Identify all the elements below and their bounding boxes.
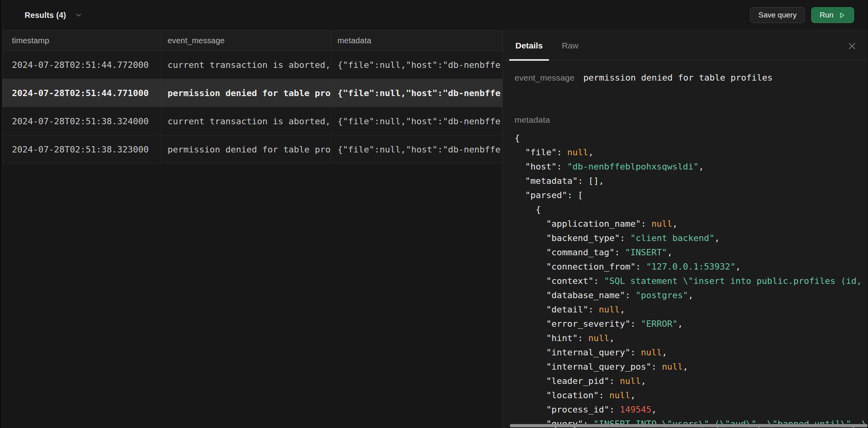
toolbar-actions: Save query Run [750, 7, 854, 23]
tab-details[interactable]: Details [515, 31, 544, 60]
cell-metadata: {"file":null,"host":"db-nenbffe [331, 107, 502, 135]
cell-event_message: current transaction is aborted, [161, 51, 331, 79]
horizontal-scrollbar[interactable] [510, 424, 868, 427]
event-message-label: event_message [515, 73, 575, 83]
json-line: "error_severity": "ERROR", [515, 317, 868, 331]
cell-event_message: permission denied for table pro [161, 135, 331, 163]
table-row[interactable]: 2024-07-28T02:51:38.323000permission den… [2, 135, 502, 164]
json-line: "leader_pid": null, [515, 374, 868, 388]
main-split: timestamp event_message metadata 2024-07… [2, 31, 868, 428]
event-message-field: event_message permission denied for tabl… [515, 73, 868, 83]
close-panel-button[interactable] [847, 41, 857, 51]
play-icon [838, 12, 846, 19]
json-line: "detail": null, [515, 303, 868, 317]
close-icon [848, 42, 856, 50]
results-table: timestamp event_message metadata 2024-07… [2, 31, 502, 428]
tab-list: DetailsRaw [503, 31, 868, 61]
cell-timestamp: 2024-07-28T02:51:44.771000 [2, 79, 161, 107]
run-button-label: Run [820, 11, 833, 19]
cell-timestamp: 2024-07-28T02:51:38.323000 [2, 135, 161, 163]
table-body: 2024-07-28T02:51:44.772000current transa… [2, 51, 502, 164]
json-line: "context": "SQL statement \"insert into … [515, 274, 868, 288]
json-line: "internal_query_pos": null, [515, 360, 868, 374]
details-content: event_message permission denied for tabl… [503, 61, 868, 428]
json-line: "process_id": 149545, [515, 403, 868, 417]
table-header-row: timestamp event_message metadata [2, 31, 502, 51]
logs-results-view: Results (4) Save query Run timestamp eve… [2, 0, 868, 428]
json-line: "parsed": [ [515, 188, 868, 202]
json-line: "hint": null, [515, 331, 868, 345]
json-line: "host": "db-nenbffeblpohxsqwsldi", [515, 160, 868, 174]
results-count-label: Results (4) [25, 11, 66, 20]
table-row[interactable]: 2024-07-28T02:51:38.324000current transa… [2, 107, 502, 135]
run-button[interactable]: Run [811, 7, 854, 23]
json-line: "location": null, [515, 388, 868, 403]
json-line: "metadata": [], [515, 174, 868, 188]
json-line: "command_tag": "INSERT", [515, 245, 868, 260]
table-row[interactable]: 2024-07-28T02:51:44.771000permission den… [2, 79, 502, 107]
cell-metadata: {"file":null,"host":"db-nenbffe [331, 51, 502, 79]
cell-event_message: current transaction is aborted, [161, 107, 331, 135]
event-message-value: permission denied for table profiles [583, 73, 773, 83]
cell-timestamp: 2024-07-28T02:51:38.324000 [2, 107, 161, 135]
save-query-button[interactable]: Save query [750, 7, 805, 23]
metadata-json: { "file": null, "host": "db-nenbffeblpoh… [515, 131, 868, 428]
metadata-label: metadata [515, 115, 868, 125]
json-line: { [515, 131, 868, 145]
cell-metadata: {"file":null,"host":"db-nenbffe [331, 135, 502, 163]
tab-raw[interactable]: Raw [561, 31, 579, 60]
json-line: "connection_from": "127.0.0.1:53932", [515, 260, 868, 274]
column-header-metadata: metadata [331, 31, 502, 50]
column-header-timestamp: timestamp [2, 31, 161, 50]
cell-metadata: {"file":null,"host":"db-nenbffe [331, 79, 502, 107]
results-toolbar: Results (4) Save query Run [2, 0, 868, 31]
json-line: "file": null, [515, 145, 868, 160]
json-line: "backend_type": "client backend", [515, 231, 868, 245]
cell-event_message: permission denied for table pro [161, 79, 331, 107]
json-line: "internal_query": null, [515, 345, 868, 360]
cell-timestamp: 2024-07-28T02:51:44.772000 [2, 51, 161, 79]
details-panel: DetailsRaw event_message permission deni… [502, 31, 868, 428]
json-line: { [515, 202, 868, 217]
json-line: "database_name": "postgres", [515, 288, 868, 303]
json-line: "application_name": null, [515, 217, 868, 231]
column-header-event-message: event_message [161, 31, 331, 50]
chevron-down-icon [75, 11, 83, 19]
table-row[interactable]: 2024-07-28T02:51:44.772000current transa… [2, 51, 502, 79]
results-dropdown[interactable]: Results (4) [25, 11, 83, 20]
